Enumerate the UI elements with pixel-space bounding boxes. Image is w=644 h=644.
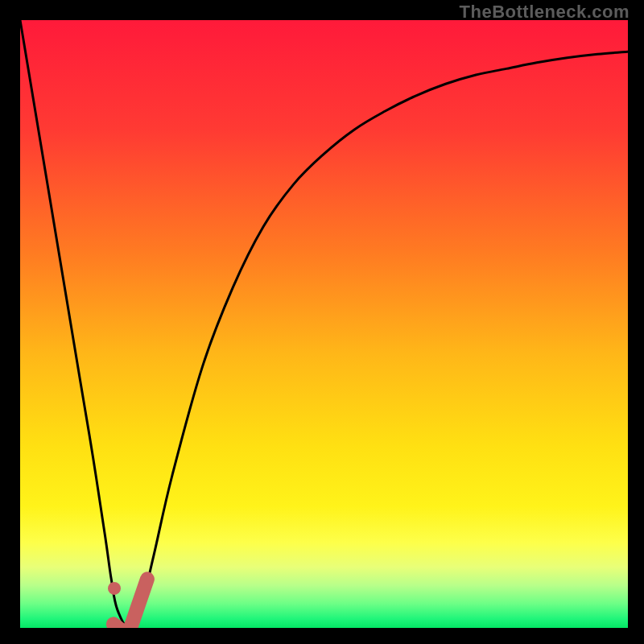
watermark: TheBottleneck.com [460, 2, 630, 23]
chart-background [20, 20, 628, 628]
marker-dot [108, 582, 121, 595]
chart-frame: TheBottleneck.com [0, 0, 644, 644]
bottleneck-chart [20, 20, 628, 628]
